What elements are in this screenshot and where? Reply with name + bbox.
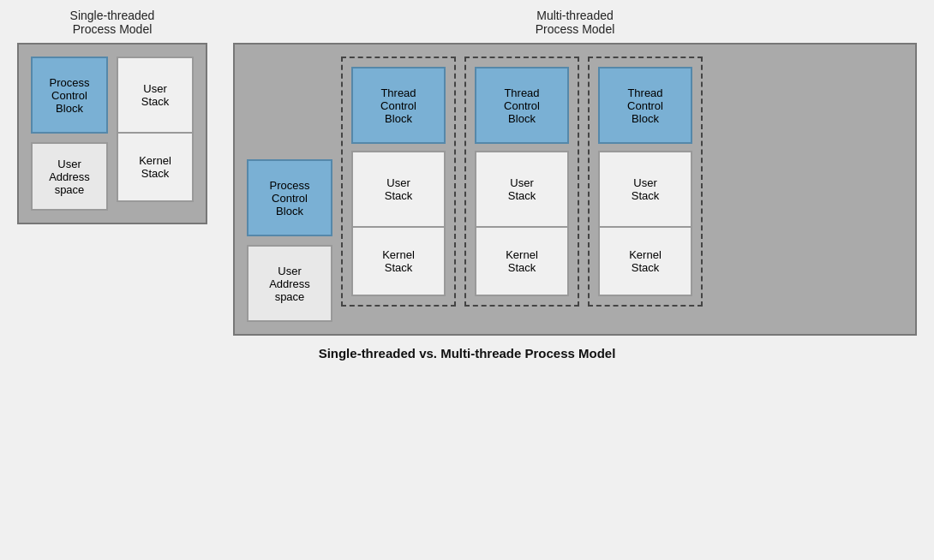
threads-row: ThreadControlBlock UserStack KernelStack… [341, 57, 703, 307]
single-user-stack-box: UserStack [117, 57, 194, 134]
main-container: Single-threadedProcess Model ProcessCont… [9, 9, 925, 336]
thread-group-1: ThreadControlBlock UserStack KernelStack [341, 57, 456, 307]
single-threaded-title: Single-threadedProcess Model [70, 9, 155, 36]
tcb-label-2: ThreadControlBlock [504, 86, 540, 125]
multi-threaded-title: Multi-threadedProcess Model [536, 9, 615, 36]
thread-group-3: ThreadControlBlock UserStack KernelStack [588, 57, 703, 307]
multi-threaded-section: Multi-threadedProcess Model ProcessContr… [233, 9, 917, 336]
thread-2-kernel-stack-label: KernelStack [506, 248, 538, 274]
multi-left-col: ProcessControlBlock UserAddressspace [247, 57, 332, 322]
single-right-col: UserStack KernelStack [117, 57, 194, 202]
thread-2-user-stack-label: UserStack [508, 176, 536, 202]
thread-group-2: ThreadControlBlock UserStack KernelStack [464, 57, 579, 307]
thread-1-kernel-stack: KernelStack [351, 228, 446, 296]
thread-1-kernel-stack-label: KernelStack [382, 248, 415, 274]
thread-3-user-stack: UserStack [598, 151, 692, 228]
tcb-label-3: ThreadControlBlock [627, 86, 663, 125]
single-outer-box: ProcessControlBlock UserAddressspace Use… [17, 43, 207, 224]
single-uaddr-label: UserAddressspace [49, 158, 90, 196]
single-left-col: ProcessControlBlock UserAddressspace [31, 57, 108, 211]
single-uaddr-box: UserAddressspace [31, 142, 108, 211]
thread-3-kernel-stack: KernelStack [598, 228, 692, 296]
multi-uaddr-box: UserAddressspace [247, 245, 332, 322]
thread-2-user-stack: UserStack [475, 151, 569, 228]
single-threaded-section: Single-threadedProcess Model ProcessCont… [17, 9, 207, 224]
thread-1-user-stack: UserStack [351, 151, 446, 228]
multi-outer-box: ProcessControlBlock UserAddressspace Thr… [233, 43, 917, 336]
thread-2-kernel-stack: KernelStack [475, 228, 569, 296]
tcb-label-1: ThreadControlBlock [380, 86, 416, 125]
single-user-stack-label: UserStack [141, 82, 170, 108]
tcb-box-1: ThreadControlBlock [351, 67, 446, 144]
single-kernel-stack-box: KernelStack [117, 134, 194, 202]
multi-uaddr-label: UserAddressspace [269, 265, 310, 303]
tcb-box-2: ThreadControlBlock [475, 67, 569, 144]
single-pcb-box: ProcessControlBlock [31, 57, 108, 134]
bottom-caption: Single-threaded vs. Multi-threade Proces… [319, 346, 616, 360]
tcb-box-3: ThreadControlBlock [598, 67, 692, 144]
single-kernel-stack-label: KernelStack [139, 154, 171, 180]
thread-1-user-stack-label: UserStack [385, 176, 413, 202]
thread-3-user-stack-label: UserStack [632, 176, 660, 202]
thread-3-kernel-stack-label: KernelStack [629, 248, 662, 274]
single-pcb-label: ProcessControlBlock [50, 76, 90, 115]
multi-pcb-box: ProcessControlBlock [247, 159, 332, 236]
multi-pcb-label: ProcessControlBlock [270, 179, 310, 217]
